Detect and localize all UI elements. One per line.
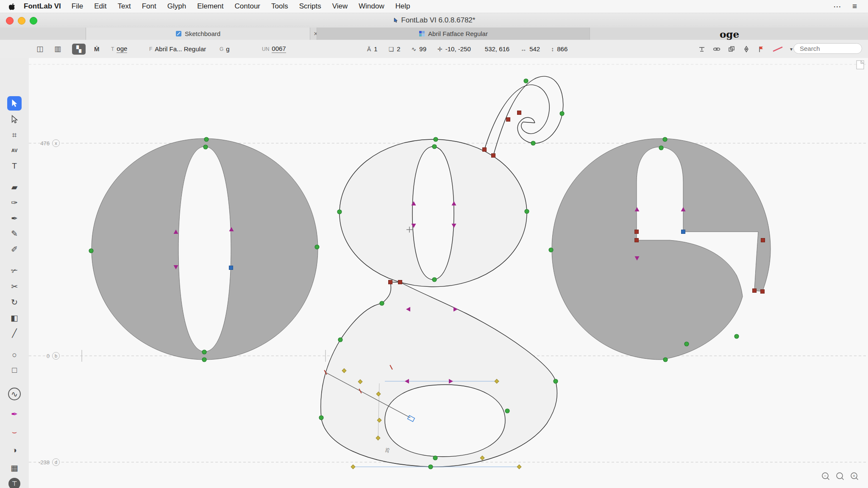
menu-item-scripts[interactable]: Scripts xyxy=(294,2,327,10)
tab-abril-fatface[interactable]: Abril Fatface Regular xyxy=(317,28,590,40)
node-smooth[interactable] xyxy=(734,334,739,338)
kerning-tool[interactable]: AV xyxy=(7,143,22,158)
node-smooth[interactable] xyxy=(203,145,208,149)
flag-menu-caret[interactable]: ▾ xyxy=(790,46,793,52)
panel-left-icon[interactable]: ◫ xyxy=(36,40,43,58)
rectangle-tool[interactable]: □ xyxy=(7,363,22,377)
node-smooth[interactable] xyxy=(525,209,529,214)
menu-item-contour[interactable]: Contour xyxy=(229,2,266,10)
node-corner[interactable] xyxy=(398,280,402,284)
menu-item-text[interactable]: Text xyxy=(112,2,136,10)
node-start[interactable] xyxy=(229,266,233,270)
node-smooth[interactable] xyxy=(338,338,342,342)
menu-item-element[interactable]: Element xyxy=(192,2,229,10)
contrast-tool[interactable]: ◑ xyxy=(7,443,22,458)
scissors-tool[interactable]: ✂ xyxy=(7,279,22,294)
unicode-field-value[interactable]: 0067 xyxy=(272,45,286,53)
node-smooth[interactable] xyxy=(554,379,558,383)
glyph-o[interactable] xyxy=(92,139,318,360)
menu-item-file[interactable]: File xyxy=(66,2,89,10)
text-field[interactable]: T oge xyxy=(111,40,127,58)
node-smooth[interactable] xyxy=(428,465,433,469)
rapid-tool[interactable]: ∿ xyxy=(8,388,21,400)
curve-tool[interactable]: ⌣ xyxy=(7,425,22,439)
menu-item-help[interactable]: Help xyxy=(390,2,416,10)
pen-tool[interactable]: ✒ xyxy=(7,211,22,225)
pencil-tool[interactable]: ✎ xyxy=(7,226,22,241)
glyph-canvas[interactable]: 476x0b-238d35−+ xyxy=(29,58,868,488)
node-smooth[interactable] xyxy=(315,245,319,249)
grid-tool[interactable]: ▦ xyxy=(7,460,22,475)
node-corner[interactable] xyxy=(517,111,521,115)
node-corner[interactable] xyxy=(761,290,765,294)
node-smooth[interactable] xyxy=(432,144,437,149)
select-tool[interactable] xyxy=(7,96,22,111)
text-field-value[interactable]: oge xyxy=(117,45,127,53)
ellipse-tool[interactable]: ○ xyxy=(7,348,22,362)
glyph-field-value[interactable]: g xyxy=(226,45,229,53)
node-smooth[interactable] xyxy=(684,342,689,346)
node-corner[interactable] xyxy=(635,230,639,234)
direct-select-tool[interactable] xyxy=(7,112,22,127)
node-smooth[interactable] xyxy=(505,409,509,413)
menu-list-icon[interactable]: ≡ xyxy=(852,2,857,11)
glyph-g-ear-1[interactable] xyxy=(484,85,549,150)
measure-tool[interactable]: ╱ xyxy=(7,326,22,340)
press-match-icon[interactable] xyxy=(698,45,706,53)
corner-tool[interactable]: ⊤ xyxy=(8,478,20,488)
node-smooth[interactable] xyxy=(337,210,342,214)
measurement-mode-icon[interactable]: Ṁ xyxy=(94,40,100,58)
metrics-table-icon[interactable]: ▥ xyxy=(54,40,61,58)
glyph-g-loop[interactable] xyxy=(321,282,557,467)
text-tool[interactable]: T xyxy=(7,159,22,173)
node-corner[interactable] xyxy=(492,154,495,158)
knife-tool[interactable]: ✃ xyxy=(7,263,22,278)
menu-item-window[interactable]: Window xyxy=(353,2,389,10)
tab-sketchboard[interactable]: Sketchboard xyxy=(86,28,310,40)
glyph-g-ear-0[interactable] xyxy=(493,76,563,155)
glyph-window-mode-button[interactable]: ▚ xyxy=(72,40,86,58)
font-field-value[interactable]: Abril Fa... Regular xyxy=(155,45,206,53)
node-smooth[interactable] xyxy=(560,111,564,116)
menu-overflow-icon[interactable]: ⋯ xyxy=(833,2,841,11)
search-input[interactable] xyxy=(793,43,862,54)
node-start[interactable] xyxy=(682,230,685,234)
selection-handle[interactable] xyxy=(408,416,415,422)
flag-icon[interactable] xyxy=(757,45,765,53)
fill-tool[interactable]: ◧ xyxy=(7,311,22,325)
eraser-tool[interactable]: ▰ xyxy=(7,180,22,194)
guide-diamond[interactable] xyxy=(351,465,355,469)
nib-icon[interactable] xyxy=(742,45,751,53)
stroke-color-swatch[interactable] xyxy=(772,45,784,53)
menu-item-tools[interactable]: Tools xyxy=(266,2,294,10)
node-corner[interactable] xyxy=(389,280,392,284)
node-corner[interactable] xyxy=(506,118,510,122)
node-smooth[interactable] xyxy=(202,358,206,362)
node-smooth[interactable] xyxy=(659,146,663,150)
rotate-tool[interactable]: ↻ xyxy=(7,295,22,309)
menu-item-font[interactable]: Font xyxy=(136,2,162,10)
tunni-tool[interactable]: ✒ xyxy=(7,407,22,421)
node-corner[interactable] xyxy=(483,148,487,152)
node-corner[interactable] xyxy=(753,289,757,293)
page-corner-icon[interactable] xyxy=(857,61,864,69)
node-corner[interactable] xyxy=(761,238,765,242)
menu-item-glyph[interactable]: Glyph xyxy=(162,2,192,10)
menu-item-edit[interactable]: Edit xyxy=(89,2,112,10)
node-smooth[interactable] xyxy=(433,456,437,460)
unicode-field[interactable]: UN 0067 xyxy=(262,40,286,58)
node-smooth[interactable] xyxy=(549,248,553,252)
node-smooth[interactable] xyxy=(531,141,535,145)
brush-tool[interactable]: ✑ xyxy=(7,195,22,210)
title-bar[interactable]: FontLab VI 6.0.8.6782* xyxy=(0,13,868,28)
glyph-field[interactable]: G g xyxy=(220,40,230,58)
menu-app-name[interactable]: FontLab VI xyxy=(19,2,66,11)
glyph-g-ear-2[interactable] xyxy=(523,122,535,123)
guide-diamond[interactable] xyxy=(517,465,521,469)
node-smooth[interactable] xyxy=(89,249,93,253)
node-smooth[interactable] xyxy=(204,137,209,141)
layers-icon[interactable] xyxy=(727,45,736,53)
marker-tool[interactable]: ✐ xyxy=(7,242,22,256)
node-smooth[interactable] xyxy=(524,79,528,83)
node-smooth[interactable] xyxy=(380,301,384,305)
